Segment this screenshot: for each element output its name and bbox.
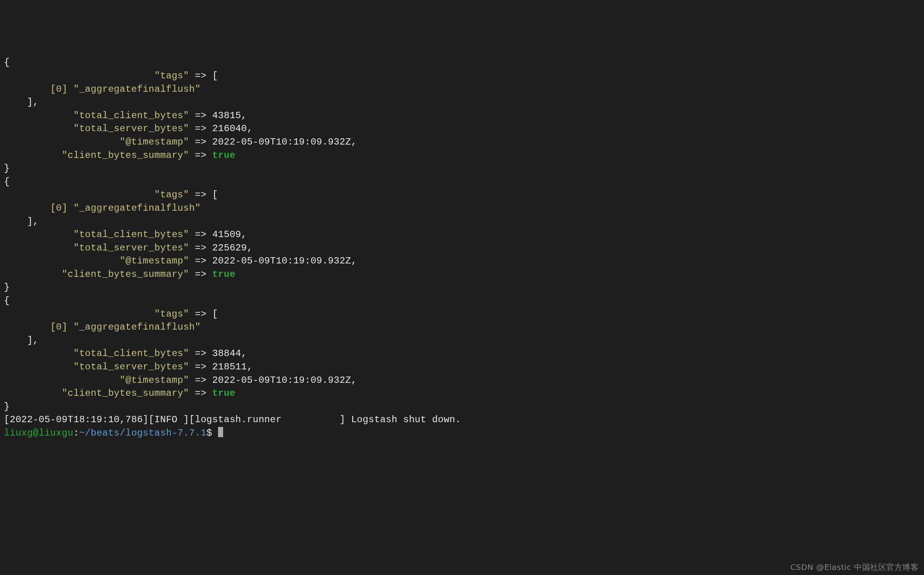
cursor	[218, 427, 223, 437]
terminal-output: { "tags" => [ [0] "_aggregatefinalflush"…	[4, 56, 920, 440]
